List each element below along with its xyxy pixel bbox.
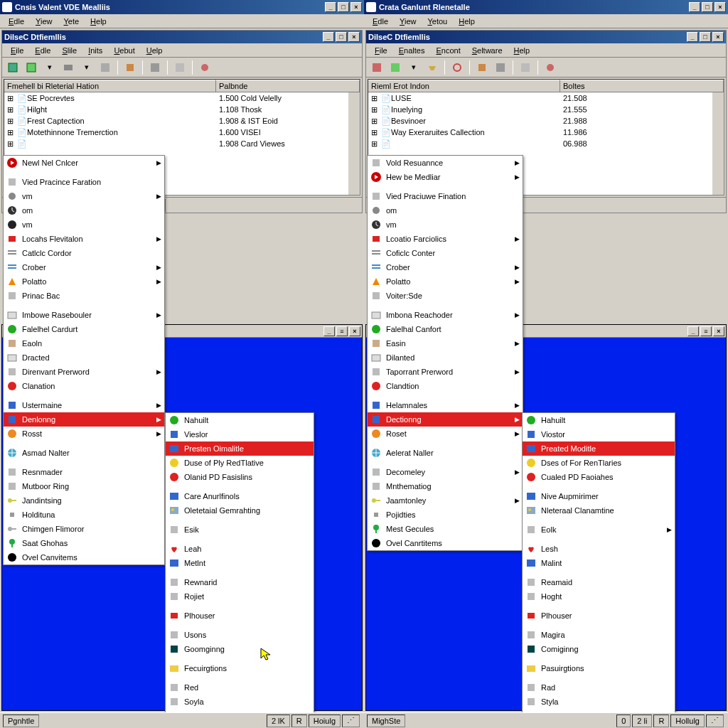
menu-item-easin[interactable]: Easin▶ [368,336,523,350]
menu-item-malint[interactable]: Malint [523,556,675,570]
menu-item-holdituna[interactable]: Holdituna [4,508,164,522]
menu-item-decomeley[interactable]: Decomeley▶ [368,465,523,479]
blue-max[interactable]: ≡ [336,326,348,336]
menu-item-esik[interactable]: Esik [166,523,314,537]
menu-item-om[interactable]: om [368,203,523,218]
menu-encont[interactable]: Encont [430,45,466,56]
toolbar-btn-7[interactable] [493,60,508,75]
menu-item-lesh[interactable]: Lesh [523,542,675,556]
list-row[interactable]: ⊞📄1.908 Card Viewes [4,138,360,149]
toolbar-btn-6[interactable] [97,60,113,75]
blue-min[interactable]: _ [687,326,699,336]
menu-item-plhouser[interactable]: Plhouser [166,609,314,623]
menu-inits[interactable]: Inits [82,45,108,56]
menu-item-falelhal-canfort[interactable]: Falelhal Canfort [368,322,523,336]
close-button[interactable]: × [350,2,362,12]
menu-item-saat-ghohas[interactable]: Saat Ghohas [4,536,164,550]
blue-min[interactable]: _ [323,326,335,336]
menu-item-goomginng[interactable]: Goomginng [166,642,314,656]
menu-item-lcoatio-farciolics[interactable]: Lcoatio Farciolics▶ [368,232,523,246]
menu-enaltes[interactable]: Enaltes [393,45,431,56]
toolbar-btn-7[interactable] [122,60,138,75]
column-header-2[interactable]: Boltes [560,80,724,92]
menu-item-falelhel-cardurt[interactable]: Falelhel Cardurt [4,322,164,336]
menu-help[interactable]: Help [508,45,536,56]
menu-item-vm[interactable]: vm▶ [4,189,164,203]
menu-help[interactable]: Help [453,16,481,27]
menu-item-pasuirgtions[interactable]: Pasuirgtions [523,661,675,675]
menu-item-rewnarid[interactable]: Rewnarid [166,575,314,589]
menu-item-duse-of-ply-redtlative[interactable]: Duse of Ply RedTlative [166,456,314,470]
toolbar-btn-8[interactable] [147,60,163,75]
menu-uelp[interactable]: Uelp [141,45,168,56]
list-row[interactable]: ⊞📄Hilght1.108 Thosk [4,104,360,115]
menu-item-vm[interactable]: vm [4,218,164,232]
menu-item-prinac-bac[interactable]: Prinac Bac [4,289,164,303]
list-row[interactable]: ⊞📄Way Exeraruites Callection11.986 [368,127,724,138]
menu-yiew[interactable]: Yiew [394,16,422,27]
sub-maximize-button[interactable]: □ [700,32,711,42]
menu-item-hew-be-medliar[interactable]: Hew be Medliar▶ [368,170,523,184]
toolbar-btn-3[interactable]: ▾ [42,60,58,75]
context-menu-main[interactable]: Newl Nel Cnlcer▶Vied Pracince Farationvm… [3,155,165,565]
sub-close-button[interactable]: × [712,32,724,42]
context-submenu[interactable]: NahuiltVieslorPresten OimalitleDuse of P… [165,412,314,728]
menu-item-presten-oimalitle[interactable]: Presten Oimalitle [166,441,314,456]
toolbar-btn-5[interactable]: ▾ [79,60,95,75]
menu-item-rosst[interactable]: Rosst▶ [4,427,164,441]
menu-item-roset[interactable]: Roset▶ [368,427,523,441]
menu-item-hoght[interactable]: Hoght [523,589,675,604]
context-submenu[interactable]: HahuiltViostorPreated ModitleDses of For… [522,412,675,728]
toolbar-btn-3[interactable]: ▾ [406,60,422,75]
menu-item-ovel-canvitems[interactable]: Ovel Canvitems [4,550,164,564]
sub-minimize-button[interactable]: _ [687,32,698,42]
menu-item-eolk[interactable]: Eolk▶ [523,523,675,537]
toolbar-btn-5[interactable] [449,60,465,75]
menu-edle[interactable]: Edle [29,45,56,56]
maximize-button[interactable]: □ [702,2,713,12]
menu-item-eaoln[interactable]: Eaoln [4,336,164,350]
menu-slile[interactable]: Slile [56,45,82,56]
menu-item-fecuirgtions[interactable]: Fecuirgtions [166,661,314,675]
menu-item-crober[interactable]: Crober▶ [4,260,164,274]
menu-item-vm[interactable]: vm [368,218,523,232]
menu-item-mnthematiog[interactable]: Mnthematiog [368,479,523,493]
menu-item-polatto[interactable]: Polatto▶ [4,274,164,289]
toolbar-btn-1[interactable] [369,60,385,75]
close-button[interactable]: × [714,2,726,12]
blue-close[interactable]: × [349,326,360,336]
blue-max[interactable]: ≡ [700,326,712,336]
scrollbar[interactable] [712,92,724,195]
list-row[interactable]: ⊞📄LUSE21.508 [368,92,724,104]
menu-item-dilanted[interactable]: Dilanted [368,350,523,365]
minimize-button[interactable]: _ [689,2,700,12]
menu-item-metlnt[interactable]: Metlnt [166,556,314,570]
menu-item-taporrant-prerword[interactable]: Taporrant Prerword▶ [368,365,523,379]
menu-item-jandintsing[interactable]: Jandintsing [4,493,164,508]
menu-seltware[interactable]: Seltware [466,45,508,56]
menu-item-direnvant-prerword[interactable]: Direnvant Prerword▶ [4,365,164,379]
toolbar-btn-4[interactable] [60,60,76,75]
sub-maximize-button[interactable]: □ [336,32,347,42]
menu-edle[interactable]: Edle [3,16,30,27]
menu-uebut[interactable]: Uebut [108,45,140,56]
menu-item-dses-of-for-rentlaries[interactable]: Dses of For RenTlaries [523,456,675,470]
toolbar-btn-4[interactable] [424,60,440,75]
toolbar-btn-2[interactable] [387,60,403,75]
menu-item-magira[interactable]: Magira [523,628,675,642]
menu-item-rad[interactable]: Rad [523,680,675,695]
menu-item-resnmader[interactable]: Resnmader [4,465,164,479]
list-row[interactable]: ⊞📄06.988 [368,138,724,149]
menu-item-usons[interactable]: Usons [166,628,314,642]
list-row[interactable]: ⊞📄Motethinnone Tremerction1.600 VISEI [4,127,360,138]
menu-item-aelerat-naller[interactable]: Aelerat Naller [368,446,523,460]
list-row[interactable]: ⊞📄Inuelying21.555 [368,104,724,115]
menu-item-nive-aupmirimer[interactable]: Nive Aupmirimer [523,489,675,503]
list-row[interactable]: ⊞📄Frest Captection1.908 & IST Eoid [4,115,360,127]
toolbar-btn-9[interactable] [172,60,188,75]
menu-item-asmad-nalter[interactable]: Asmad Nalter [4,446,164,460]
menu-edle[interactable]: Edle [367,16,394,27]
blue-close[interactable]: × [713,326,724,336]
toolbar-btn-6[interactable] [474,60,490,75]
menu-item-crober[interactable]: Crober▶ [368,260,523,274]
